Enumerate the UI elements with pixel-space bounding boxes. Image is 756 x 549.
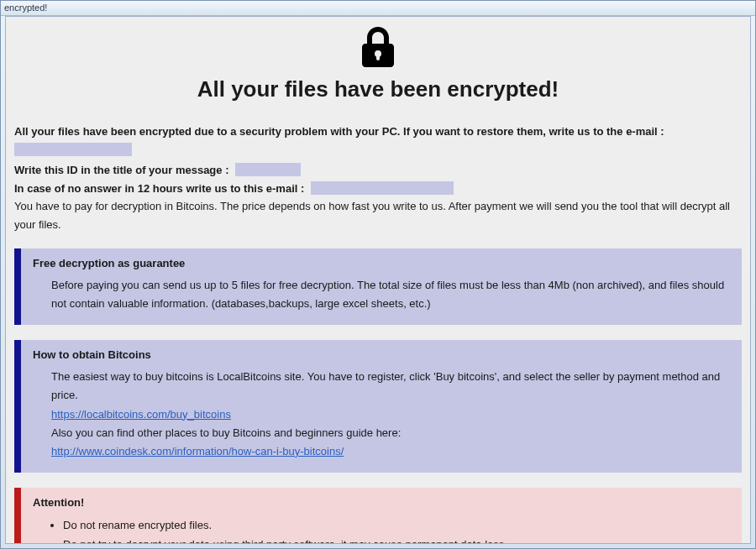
panel-attention: Attention! Do not rename encrypted files… [14, 488, 742, 543]
intro-block: All your files have been encrypted due t… [14, 123, 742, 233]
panel-free-title: Free decryption as guarantee [33, 257, 732, 269]
attn-item: Do not try to decrypt your data using th… [63, 535, 732, 543]
intro-line2: Write this ID in the title of your messa… [14, 164, 228, 176]
panel-btc-title: How to obtain Bitcoins [33, 348, 732, 361]
panel-attn-title: Attention! [33, 496, 732, 509]
link-coindesk[interactable]: http://www.coindesk.com/information/how-… [51, 445, 344, 458]
intro-line3: In case of no answer in 12 hours write u… [14, 182, 304, 195]
redacted-id [235, 163, 301, 176]
lock-icon-wrap [14, 25, 742, 71]
lock-icon [356, 59, 400, 71]
attn-item: Do not rename encrypted files. [63, 515, 732, 535]
panel-btc-body2: Also you can find other places to buy Bi… [51, 424, 732, 442]
link-localbitcoins[interactable]: https://localbitcoins.com/buy_bitcoins [51, 408, 231, 421]
panel-obtain-bitcoins: How to obtain Bitcoins The easiest way t… [14, 340, 742, 472]
intro-line1: All your files have been encrypted due t… [14, 125, 664, 138]
panel-free-body: Before paying you can send us up to 5 fi… [33, 276, 732, 313]
intro-line4: You have to pay for decryption in Bitcoi… [14, 197, 742, 233]
window-title: encrypted! [1, 1, 755, 16]
redacted-email-2 [311, 181, 454, 195]
client-area: All your files have been encrypted! All … [5, 16, 751, 544]
page-title: All your files have been encrypted! [14, 76, 742, 102]
panel-btc-body1: The easiest way to buy bitcoins is Local… [51, 368, 732, 405]
redacted-email-1 [14, 143, 132, 156]
panel-free-decryption: Free decryption as guarantee Before payi… [14, 248, 742, 325]
window-frame: encrypted! All your files have been encr… [0, 0, 756, 549]
svg-rect-1 [376, 54, 380, 60]
content-scroll[interactable]: All your files have been encrypted! All … [6, 17, 750, 543]
